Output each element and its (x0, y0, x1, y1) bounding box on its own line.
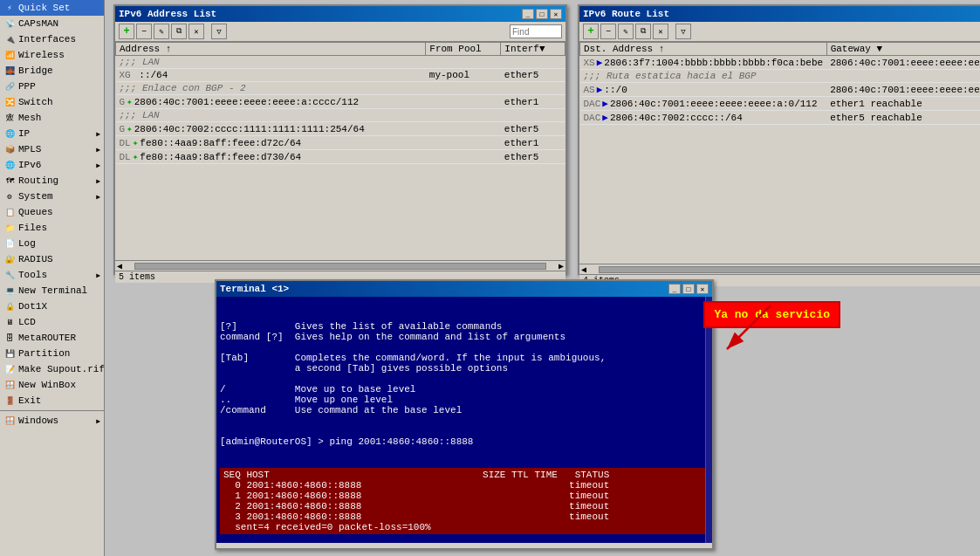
table-row[interactable]: G✦2806:40c:7001:eeee:eeee:eeee:a:cccc/11… (116, 95, 565, 109)
terminal-scrollbar[interactable] (705, 297, 712, 543)
sidebar-menu: ⚡ Quick Set 📡 CAPsMAN 🔌 Interfaces 📶 Wir… (0, 0, 104, 429)
disable-btn-route[interactable]: ✕ (653, 24, 668, 39)
sidebar-item-lcd[interactable]: 🖥 LCD (0, 314, 104, 330)
sidebar-item-switch[interactable]: 🔀 Switch (0, 94, 104, 110)
sidebar-item-ipv6[interactable]: 🌐 IPv6 ▶ (0, 157, 104, 173)
sidebar-item-ip[interactable]: 🌐 IP ▶ (0, 126, 104, 141)
ipv6-route-toolbar: + − ✎ ⧉ ✕ ▽ (579, 22, 980, 42)
sidebar-item-quick-set[interactable]: ⚡ Quick Set (0, 0, 104, 16)
addr-from-pool-2 (426, 95, 501, 109)
addr-iface-4: ether1 (501, 136, 565, 150)
remove-btn-addr[interactable]: − (136, 24, 152, 39)
table-row[interactable]: ;;; Ruta estatica hacia el BGP (580, 70, 981, 83)
ipv6-addr-hscroll[interactable]: ◀ ▶ (115, 260, 565, 271)
ipv6-addr-count: 5 items (119, 272, 155, 282)
sidebar-item-routing[interactable]: 🗺 Routing ▶ (0, 173, 104, 189)
hscroll-track-addr[interactable] (134, 263, 546, 270)
table-row[interactable]: XG ::/64 my-pool ether5 (116, 69, 565, 82)
section-ruta-estatica: ;;; Ruta estatica hacia el BGP (580, 70, 981, 83)
addr-row-5: DL✦fe80::4aa9:8aff:feee:d730/64 (116, 150, 426, 164)
close-btn-terminal[interactable]: ✕ (696, 284, 709, 294)
sidebar-item-new-terminal[interactable]: 💻 New Terminal (0, 283, 104, 299)
disable-btn-addr[interactable]: ✕ (188, 24, 204, 39)
table-row[interactable]: DAC▶2806:40c:7002:cccc::/64 ether5 reach… (580, 111, 981, 125)
sidebar-item-system[interactable]: ⚙ System ▶ (0, 189, 104, 204)
table-row[interactable]: ;;; LAN (116, 109, 565, 122)
sidebar-item-mesh[interactable]: 🕸 Mesh (0, 110, 104, 126)
new-winbox-icon: 🪟 (3, 379, 16, 391)
copy-btn-addr[interactable]: ⧉ (171, 24, 187, 39)
hscroll-track-route[interactable] (599, 266, 980, 273)
sidebar-item-wireless[interactable]: 📶 Wireless (0, 47, 104, 63)
filter-btn-route[interactable]: ▽ (675, 24, 691, 39)
mpls-icon: 📦 (3, 143, 16, 155)
edit-btn-route[interactable]: ✎ (618, 24, 634, 39)
addr-from-pool-1: my-pool (426, 69, 501, 82)
main-area: IPv6 Address List _ □ ✕ + − ✎ ⧉ ✕ ▽ Addr… (105, 0, 980, 556)
minimize-btn-terminal[interactable]: _ (668, 284, 681, 294)
table-row[interactable]: DAC▶2806:40c:7001:eeee:eeee:eeee:a:0/112… (580, 97, 981, 111)
table-row[interactable]: ;;; Enlace con BGP - 2 (116, 82, 565, 95)
ipv6-route-hscroll[interactable]: ◀ ▶ (579, 264, 980, 274)
terminal-help-lines: [?] Gives the list of available commands… (220, 321, 709, 415)
sidebar-item-new-winbox[interactable]: 🪟 New WinBox (0, 377, 104, 393)
addr-row-2: G✦2806:40c:7001:eeee:eeee:eeee:a:cccc/11… (116, 95, 426, 109)
addr-iface-2: ether1 (501, 95, 565, 109)
sidebar-item-tools[interactable]: 🔧 Tools ▶ (0, 267, 104, 283)
mesh-icon: 🕸 (3, 112, 16, 124)
terminal-window: Terminal <1> _ □ ✕ [?] Gives the list of… (215, 279, 714, 550)
sidebar-item-dot1x[interactable]: 🔒 Dot1X (0, 299, 104, 314)
sidebar-divider (0, 410, 104, 411)
sidebar-item-radius[interactable]: 🔐 RADIUS (0, 251, 104, 267)
maximize-btn-addr[interactable]: □ (536, 9, 548, 19)
metarouter-icon: 🗄 (3, 332, 16, 344)
sidebar-item-bridge[interactable]: 🌉 Bridge (0, 63, 104, 79)
route-row-1-gw: 2806:40c:7001:eeee:eeee:eeee:a:ffff (826, 56, 980, 70)
sidebar-item-exit[interactable]: 🚪 Exit (0, 393, 104, 408)
sidebar-item-ppp[interactable]: 🔗 PPP (0, 79, 104, 94)
sidebar-item-capsman[interactable]: 📡 CAPsMAN (0, 16, 104, 31)
table-row[interactable]: DL✦fe80::4aa9:8aff:feee:d730/64 ether5 (116, 150, 565, 164)
route-row-3-dst: DAC▶2806:40c:7001:eeee:eeee:eeee:a:0/112 (580, 97, 827, 111)
win-controls-addr: _ □ ✕ (522, 9, 562, 19)
sidebar-item-interfaces[interactable]: 🔌 Interfaces (0, 31, 104, 47)
filter-btn-addr[interactable]: ▽ (211, 24, 227, 39)
addr-col-address: Address ↑ (116, 43, 426, 56)
table-row[interactable]: G✦2806:40c:7002:cccc:1111:1111:1111:254/… (116, 122, 565, 136)
sidebar-item-queues[interactable]: 📋 Queues (0, 204, 104, 220)
add-btn-route[interactable]: + (583, 24, 599, 39)
sidebar-item-mpls[interactable]: 📦 MPLS ▶ (0, 141, 104, 157)
ipv6-arrow: ▶ (96, 161, 100, 169)
sidebar-item-windows[interactable]: 🪟 Windows ▶ (0, 413, 104, 429)
route-row-2-gw: 2806:40c:7001:eeee:eeee:eeee:a:ffff reac… (826, 83, 980, 97)
route-row-4-dst: DAC▶2806:40c:7002:cccc::/64 (580, 111, 827, 125)
sidebar-item-make-supout[interactable]: 📝 Make Supout.rif (0, 361, 104, 377)
addr-col-from-pool: From Pool (426, 43, 501, 56)
route-row-3-gw: ether1 reachable (826, 97, 980, 111)
ipv6-route-table-container[interactable]: Dst. Address ↑ Gateway ▼ XS▶2806:3f7:100… (579, 42, 980, 264)
close-btn-addr[interactable]: ✕ (550, 9, 562, 19)
addr-from-pool-3 (426, 122, 501, 136)
sidebar: ⚡ Quick Set 📡 CAPsMAN 🔌 Interfaces 📶 Wir… (0, 0, 105, 556)
addr-iface-5: ether5 (501, 150, 565, 164)
edit-btn-addr[interactable]: ✎ (154, 24, 169, 39)
section-lan-1: ;;; LAN (116, 56, 565, 69)
addr-iface-3: ether5 (501, 122, 565, 136)
table-row[interactable]: ;;; LAN (116, 56, 565, 69)
search-input-addr[interactable] (510, 24, 562, 38)
terminal-body[interactable]: [?] Gives the list of available commands… (216, 297, 712, 543)
table-row[interactable]: DL✦fe80::4aa9:8aff:feee:d72c/64 ether1 (116, 136, 565, 150)
table-row[interactable]: AS▶::/0 2806:40c:7001:eeee:eeee:eeee:a:f… (580, 83, 981, 97)
sidebar-item-partition[interactable]: 💾 Partition (0, 346, 104, 361)
maximize-btn-terminal[interactable]: □ (682, 284, 695, 294)
section-lan-2: ;;; LAN (116, 109, 565, 122)
sidebar-item-log[interactable]: 📄 Log (0, 236, 104, 251)
add-btn-addr[interactable]: + (119, 24, 134, 39)
table-row[interactable]: XS▶2806:3f7:1004:bbbb:bbbb:bbbb:f0ca:beb… (580, 56, 981, 70)
sidebar-item-metarouter[interactable]: 🗄 MetaROUTER (0, 330, 104, 346)
minimize-btn-addr[interactable]: _ (522, 9, 534, 19)
ipv6-addr-table-container[interactable]: Address ↑ From Pool Interf▼ ;;; LAN XG :… (115, 42, 565, 260)
sidebar-item-files[interactable]: 📁 Files (0, 220, 104, 236)
remove-btn-route[interactable]: − (600, 24, 616, 39)
copy-btn-route[interactable]: ⧉ (635, 24, 651, 39)
